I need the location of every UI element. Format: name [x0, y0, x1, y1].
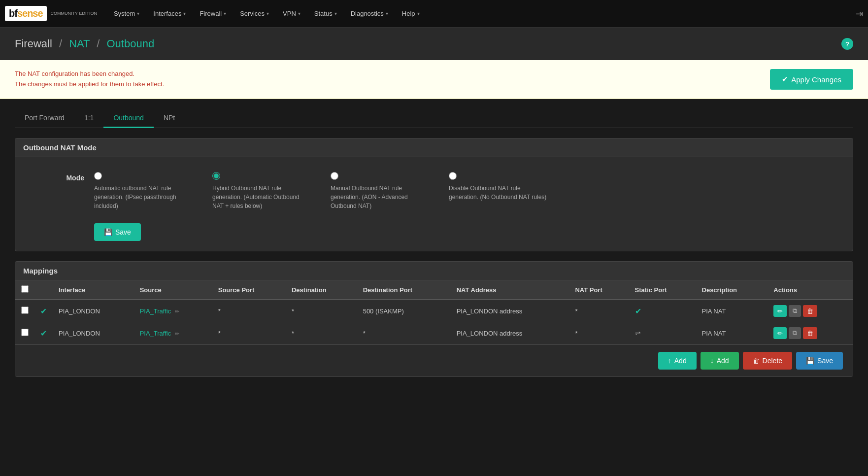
mode-automatic-radio[interactable] [94, 172, 102, 180]
bottom-save-floppy-icon: 💾 [806, 357, 814, 365]
tab-1to1[interactable]: 1:1 [74, 109, 103, 128]
apply-check-icon: ✔ [782, 75, 788, 84]
alert-banner: The NAT configuration has been changed. … [0, 60, 868, 99]
row1-destination-port: 500 (ISAKMP) [357, 300, 451, 322]
mode-manual-radio-row [331, 172, 338, 180]
add-down-arrow-icon: ↓ [710, 357, 714, 365]
nav-item-interfaces[interactable]: Interfaces ▾ [146, 0, 193, 28]
mode-automatic-desc: Automatic outbound NAT rule generation. … [94, 184, 193, 210]
outbound-nat-mode-body: Mode Automatic outbound NAT rule generat… [15, 157, 853, 251]
row1-edit-button[interactable]: ✏ [773, 305, 787, 317]
row2-interface: PIA_LONDON [53, 322, 134, 344]
mode-save-button[interactable]: 💾 Save [94, 223, 141, 241]
row2-action-btns: ✏ ⧉ 🗑 [773, 327, 847, 339]
col-description: Description [696, 280, 768, 300]
mode-option-manual[interactable]: Manual Outbound NAT rule generation. (AO… [331, 172, 429, 210]
add-up-button[interactable]: ↑ Add [658, 352, 697, 370]
mode-disable-radio[interactable] [449, 172, 457, 180]
row2-checkbox[interactable] [21, 329, 29, 336]
nav-item-services[interactable]: Services ▾ [233, 0, 276, 28]
nav-interfaces-arrow: ▾ [183, 11, 186, 16]
delete-button[interactable]: 🗑 Delete [743, 352, 792, 370]
mode-option-hybrid[interactable]: Hybrid Outbound NAT rule generation. (Au… [212, 172, 311, 210]
nav-item-vpn[interactable]: VPN ▾ [276, 0, 307, 28]
row2-source-link[interactable]: PIA_Traffic [140, 330, 171, 337]
breadcrumb-sep2: / [97, 37, 102, 50]
row2-source-edit-icon[interactable]: ✏ [175, 331, 179, 337]
row2-edit-button[interactable]: ✏ [773, 327, 787, 339]
logo-text: bfsense [5, 6, 47, 21]
nav-item-status[interactable]: Status ▾ [307, 0, 344, 28]
breadcrumb-outbound: Outbound [107, 37, 155, 50]
row1-nat-address: PIA_LONDON address [451, 300, 569, 322]
save-floppy-icon: 💾 [104, 228, 112, 236]
col-interface: Interface [53, 280, 134, 300]
row1-action-btns: ✏ ⧉ 🗑 [773, 305, 847, 317]
mappings-header-row: Interface Source Source Port Destination… [15, 280, 853, 300]
help-icon[interactable]: ? [841, 38, 853, 50]
row2-delete-button[interactable]: 🗑 [803, 327, 817, 339]
row1-source-edit-icon[interactable]: ✏ [175, 308, 179, 314]
row1-delete-button[interactable]: 🗑 [803, 305, 817, 317]
col-actions: Actions [768, 280, 853, 300]
brand-logo[interactable]: bfsense COMMUNITY EDITION [5, 6, 97, 21]
row1-description: PIA NAT [696, 300, 768, 322]
nav-item-help[interactable]: Help ▾ [395, 0, 427, 28]
col-static-port: Static Port [629, 280, 696, 300]
tab-port-forward[interactable]: Port Forward [15, 109, 74, 128]
row1-source-link[interactable]: PIA_Traffic [140, 307, 171, 315]
mode-option-disable[interactable]: Disable Outbound NAT rule generation. (N… [449, 172, 547, 210]
bottom-action-bar: ↑ Add ↓ Add 🗑 Delete 💾 Save [15, 344, 853, 376]
row1-checkbox[interactable] [21, 306, 29, 314]
nav-logout-icon[interactable]: ⇥ [856, 8, 863, 19]
mode-options: Automatic outbound NAT rule generation. … [94, 172, 547, 210]
tab-npt[interactable]: NPt [154, 109, 185, 128]
select-all-checkbox[interactable] [21, 285, 29, 293]
row2-enabled-icon: ✔ [40, 329, 47, 338]
mode-label: Mode [25, 172, 84, 182]
row1-static-port-icon: ✔ [635, 307, 641, 315]
outbound-nat-mode-title: Outbound NAT Mode [15, 138, 853, 157]
bottom-save-button[interactable]: 💾 Save [796, 352, 843, 370]
brand-subtitle: COMMUNITY EDITION [51, 11, 97, 16]
nav-help-arrow: ▾ [417, 11, 420, 16]
nav-services-arrow: ▾ [267, 11, 269, 16]
row2-nat-port: * [569, 322, 629, 344]
nav-diagnostics-label: Diagnostics [351, 10, 384, 17]
row2-actions: ✏ ⧉ 🗑 [768, 322, 853, 344]
col-nat-address: NAT Address [451, 280, 569, 300]
mode-manual-radio[interactable] [331, 172, 338, 180]
row2-destination: * [286, 322, 357, 344]
nav-item-system[interactable]: System ▾ [107, 0, 146, 28]
row2-enabled-cell: ✔ [34, 322, 53, 344]
nav-items-list: System ▾ Interfaces ▾ Firewall ▾ Service… [107, 0, 856, 28]
nav-system-arrow: ▾ [137, 11, 139, 16]
row2-description: PIA NAT [696, 322, 768, 344]
nat-tabs: Port Forward 1:1 Outbound NPt [15, 109, 853, 128]
delete-trash-icon: 🗑 [753, 357, 760, 365]
row1-copy-button[interactable]: ⧉ [789, 305, 801, 317]
nav-system-label: System [114, 10, 135, 17]
alert-line2: The changes must be applied for them to … [15, 79, 164, 90]
mode-disable-desc: Disable Outbound NAT rule generation. (N… [449, 184, 547, 202]
tab-outbound[interactable]: Outbound [103, 109, 154, 128]
mode-option-automatic[interactable]: Automatic outbound NAT rule generation. … [94, 172, 193, 210]
bottom-save-label: Save [817, 357, 833, 365]
row1-checkbox-cell [15, 300, 34, 322]
row2-source-port: * [212, 322, 286, 344]
add-down-button[interactable]: ↓ Add [701, 352, 739, 370]
nav-vpn-arrow: ▾ [298, 11, 300, 16]
alert-line1: The NAT configuration has been changed. [15, 69, 164, 79]
breadcrumb-nat[interactable]: NAT [69, 37, 90, 50]
mappings-thead: Interface Source Source Port Destination… [15, 280, 853, 300]
row2-copy-button[interactable]: ⧉ [789, 327, 801, 339]
mode-save-label: Save [115, 228, 131, 236]
nav-item-firewall[interactable]: Firewall ▾ [193, 0, 233, 28]
mode-automatic-radio-row [94, 172, 102, 180]
mode-manual-desc: Manual Outbound NAT rule generation. (AO… [331, 184, 429, 210]
nav-item-diagnostics[interactable]: Diagnostics ▾ [344, 0, 395, 28]
mode-hybrid-radio[interactable] [212, 172, 220, 180]
apply-changes-button[interactable]: ✔ Apply Changes [770, 69, 853, 90]
nav-firewall-label: Firewall [200, 10, 222, 17]
mappings-table: Interface Source Source Port Destination… [15, 280, 853, 344]
